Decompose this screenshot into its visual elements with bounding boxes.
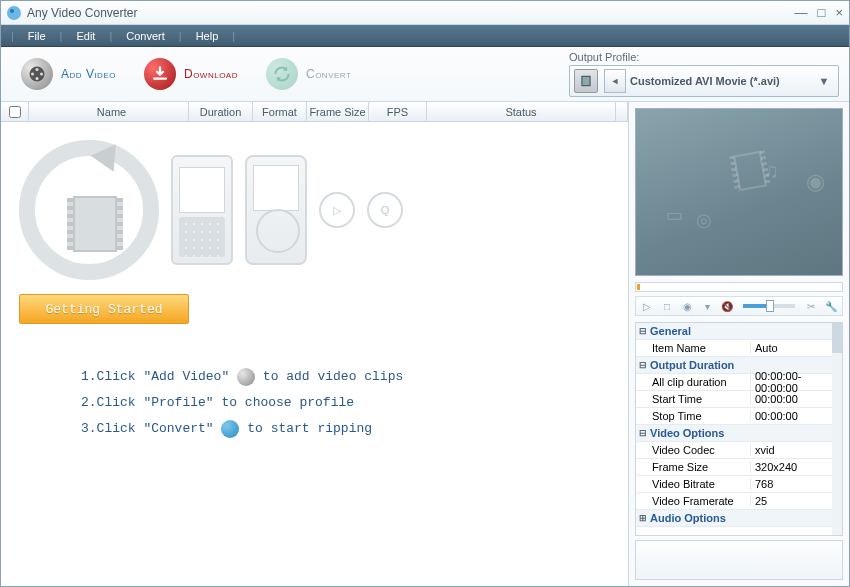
menu-bar: | File | Edit | Convert | Help | — [1, 25, 849, 47]
prop-start-label: Start Time — [650, 393, 750, 405]
menu-file[interactable]: File — [14, 30, 60, 42]
volume-slider[interactable] — [743, 304, 795, 308]
col-status[interactable]: Status — [427, 102, 616, 121]
toolbar: Add Video Download Convert Output Profil… — [1, 47, 849, 102]
prop-vcodec-value[interactable]: xvid — [750, 444, 842, 456]
expand-audio-options-icon[interactable]: ⊞ — [636, 513, 650, 523]
col-format[interactable]: Format — [253, 102, 307, 121]
select-all-checkbox[interactable] — [9, 106, 21, 118]
menu-help[interactable]: Help — [182, 30, 233, 42]
minimize-button[interactable]: — — [795, 5, 808, 20]
title-bar: Any Video Converter — □ × — [1, 1, 849, 25]
prop-fsize-label: Frame Size — [650, 461, 750, 473]
app-window: Any Video Converter — □ × | File | Edit … — [0, 0, 850, 587]
output-profile-dropdown[interactable]: ◄ Customized AVI Movie (*.avi) ▼ — [569, 65, 839, 97]
prop-allclip-label: All clip duration — [650, 376, 750, 388]
getting-started-banner: Getting Started — [19, 294, 189, 324]
prop-vbit-value[interactable]: 768 — [750, 478, 842, 490]
menu-edit[interactable]: Edit — [62, 30, 109, 42]
profile-prev-button[interactable]: ◄ — [604, 69, 626, 93]
col-name[interactable]: Name — [29, 102, 189, 121]
props-scrollbar-thumb[interactable] — [832, 323, 842, 353]
svg-point-1 — [36, 68, 39, 71]
close-button[interactable]: × — [835, 5, 843, 20]
collapse-output-duration-icon[interactable]: ⊟ — [636, 360, 650, 370]
output-profile-label: Output Profile: — [569, 51, 839, 63]
quicktime-illustration-icon: Q — [367, 192, 403, 228]
convert-label: Convert — [306, 67, 351, 81]
download-label: Download — [184, 67, 238, 81]
collapse-general-icon[interactable]: ⊟ — [636, 326, 650, 336]
video-preview: ♫ ▭ ◎ ◉ — [635, 108, 843, 276]
prop-vfps-label: Video Framerate — [650, 495, 750, 507]
svg-point-2 — [40, 73, 43, 76]
wm-disc-icon: ◉ — [806, 169, 825, 195]
maximize-button[interactable]: □ — [818, 5, 826, 20]
settings-button[interactable]: 🔧 — [823, 298, 839, 314]
wm-note-icon: ♫ — [764, 159, 779, 182]
snapshot-button[interactable]: ◉ — [679, 298, 695, 314]
profile-film-icon — [574, 69, 598, 93]
player-controls: ▷ □ ◉ ▾ 🔇 ✂ 🔧 — [635, 296, 843, 316]
profile-selected-text: Customized AVI Movie (*.avi) — [626, 75, 814, 87]
download-icon — [144, 58, 176, 90]
col-frame-size[interactable]: Frame Size — [307, 102, 369, 121]
stop-button[interactable]: □ — [659, 298, 675, 314]
prop-stop-value[interactable]: 00:00:00 — [750, 410, 842, 422]
svg-point-4 — [31, 73, 34, 76]
play-button[interactable]: ▷ — [639, 298, 655, 314]
prop-allclip-value[interactable]: 00:00:00-00:00:00 — [750, 370, 842, 394]
wm-phone-icon: ▭ — [666, 204, 683, 226]
prop-item-name-value[interactable]: Auto — [750, 342, 842, 354]
playback-progress[interactable] — [635, 282, 843, 292]
properties-panel: ⊟General Item NameAuto ⊟Output Duration … — [635, 322, 843, 536]
file-list-empty: ▷ Q Getting Started 1.Click "Add Video" … — [1, 122, 628, 586]
film-reel-icon — [21, 58, 53, 90]
props-scrollbar[interactable] — [832, 323, 842, 535]
instruction-steps: 1.Click "Add Video" to add video clips 2… — [81, 364, 628, 442]
wm-ipod-icon: ◎ — [696, 209, 712, 231]
col-fps[interactable]: FPS — [369, 102, 427, 121]
mute-button[interactable]: 🔇 — [719, 298, 735, 314]
prop-vbit-label: Video Bitrate — [650, 478, 750, 490]
prop-vfps-value[interactable]: 25 — [750, 495, 842, 507]
convert-button[interactable]: Convert — [256, 58, 361, 90]
col-duration[interactable]: Duration — [189, 102, 253, 121]
collapse-video-options-icon[interactable]: ⊟ — [636, 428, 650, 438]
download-button[interactable]: Download — [134, 58, 248, 90]
prop-vcodec-label: Video Codec — [650, 444, 750, 456]
inline-convert-icon — [221, 420, 239, 438]
side-panel: ♫ ▭ ◎ ◉ ▷ □ ◉ ▾ 🔇 ✂ 🔧 ⊟General Item Nam — [629, 102, 849, 586]
app-logo-icon — [7, 6, 21, 20]
chevron-down-icon: ▼ — [814, 75, 834, 87]
prop-item-name-label: Item Name — [650, 342, 750, 354]
inline-film-icon — [237, 368, 255, 386]
prop-start-value[interactable]: 00:00:00 — [750, 393, 842, 405]
file-list-header: Name Duration Format Frame Size FPS Stat… — [1, 102, 628, 122]
command-bar — [635, 540, 843, 580]
svg-rect-6 — [583, 77, 590, 85]
prop-fsize-value[interactable]: 320x240 — [750, 461, 842, 473]
play-illustration-icon: ▷ — [319, 192, 355, 228]
add-video-button[interactable]: Add Video — [11, 58, 126, 90]
window-title: Any Video Converter — [27, 6, 795, 20]
convert-icon — [266, 58, 298, 90]
refresh-illustration-icon — [19, 140, 159, 280]
wm-film-icon — [733, 151, 767, 191]
svg-point-3 — [36, 77, 39, 80]
menu-convert[interactable]: Convert — [112, 30, 179, 42]
ipod-illustration-icon — [245, 155, 307, 265]
phone-illustration-icon — [171, 155, 233, 265]
prop-stop-label: Stop Time — [650, 410, 750, 422]
add-video-label: Add Video — [61, 67, 116, 81]
crop-button[interactable]: ✂ — [803, 298, 819, 314]
snapshot-menu-button[interactable]: ▾ — [699, 298, 715, 314]
main-panel: Name Duration Format Frame Size FPS Stat… — [1, 102, 629, 586]
